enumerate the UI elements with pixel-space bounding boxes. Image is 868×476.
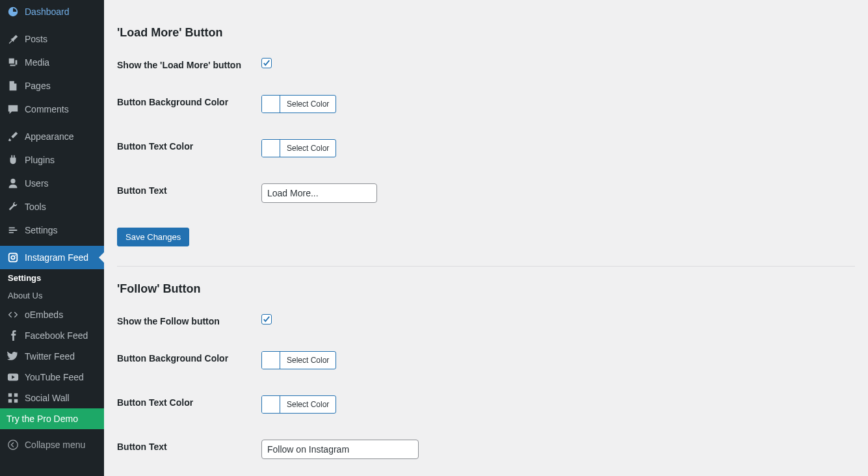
plugin-icon bbox=[7, 153, 20, 166]
sidebar-item-twitter-feed[interactable]: Twitter Feed bbox=[0, 346, 104, 367]
follow-text-color-label: Button Text Color bbox=[117, 395, 261, 408]
brush-icon bbox=[7, 130, 20, 143]
save-changes-button[interactable]: Save Changes bbox=[117, 228, 189, 246]
sidebar-item-label: Try the Pro Demo bbox=[7, 414, 78, 424]
sidebar-collapse[interactable]: Collapse menu bbox=[0, 433, 104, 456]
svg-rect-7 bbox=[14, 399, 18, 403]
wrench-icon bbox=[7, 200, 20, 213]
media-icon bbox=[7, 56, 20, 69]
follow-text-color-picker[interactable]: Select Color bbox=[261, 395, 336, 414]
loadmore-section-title: 'Load More' Button bbox=[117, 26, 855, 40]
color-swatch bbox=[262, 396, 280, 413]
loadmore-text-color-label: Button Text Color bbox=[117, 139, 261, 152]
sidebar-item-instagram-feed[interactable]: Instagram Feed bbox=[0, 246, 104, 269]
comment-icon bbox=[7, 103, 20, 116]
code-icon bbox=[7, 308, 20, 321]
sidebar-item-label: Instagram Feed bbox=[25, 252, 88, 263]
sidebar-item-label: Dashboard bbox=[25, 7, 70, 17]
loadmore-bg-label: Button Background Color bbox=[117, 95, 261, 107]
show-loadmore-label: Show the 'Load More' button bbox=[117, 58, 261, 70]
pages-icon bbox=[7, 79, 20, 92]
loadmore-text-color-picker[interactable]: Select Color bbox=[261, 139, 336, 157]
sidebar-item-appearance[interactable]: Appearance bbox=[0, 125, 104, 148]
user-icon bbox=[7, 177, 20, 190]
pin-icon bbox=[7, 33, 20, 46]
sidebar-item-label: Social Wall bbox=[25, 393, 70, 403]
color-swatch bbox=[262, 352, 280, 369]
sidebar-item-label: Plugins bbox=[25, 155, 55, 165]
svg-point-8 bbox=[8, 440, 18, 449]
sidebar-item-label: Users bbox=[25, 178, 49, 189]
color-picker-label: Select Color bbox=[280, 352, 335, 369]
sidebar-item-label: Facebook Feed bbox=[25, 330, 88, 341]
sidebar-item-plugins[interactable]: Plugins bbox=[0, 148, 104, 172]
follow-button-text-input[interactable] bbox=[261, 440, 419, 459]
sliders-icon bbox=[7, 224, 20, 237]
follow-bg-color-picker[interactable]: Select Color bbox=[261, 351, 336, 369]
sidebar-item-label: oEmbeds bbox=[25, 310, 63, 320]
sidebar-item-label: Collapse menu bbox=[25, 440, 85, 450]
sidebar-item-settings[interactable]: Settings bbox=[0, 218, 104, 242]
sidebar-item-posts[interactable]: Posts bbox=[0, 27, 104, 51]
twitter-icon bbox=[7, 350, 20, 363]
show-follow-checkbox[interactable] bbox=[261, 314, 272, 324]
sidebar-item-label: Settings bbox=[25, 225, 58, 235]
sidebar-item-dashboard[interactable]: Dashboard bbox=[0, 0, 104, 23]
color-swatch bbox=[262, 96, 280, 112]
sidebar-item-social-wall[interactable]: Social Wall bbox=[0, 388, 104, 408]
admin-sidebar: Dashboard Posts Media Pages Comments App… bbox=[0, 0, 104, 476]
sidebar-item-label: Appearance bbox=[25, 131, 74, 142]
dashboard-icon bbox=[7, 5, 20, 18]
svg-point-1 bbox=[11, 256, 14, 259]
sidebar-item-facebook-feed[interactable]: Facebook Feed bbox=[0, 325, 104, 346]
follow-bg-label: Button Background Color bbox=[117, 351, 261, 364]
color-swatch bbox=[262, 140, 280, 157]
color-picker-label: Select Color bbox=[280, 396, 335, 413]
sidebar-item-pages[interactable]: Pages bbox=[0, 74, 104, 98]
show-loadmore-checkbox[interactable] bbox=[261, 58, 272, 68]
sidebar-item-youtube-feed[interactable]: YouTube Feed bbox=[0, 367, 104, 388]
main-content: 'Load More' Button Show the 'Load More' … bbox=[104, 0, 868, 476]
youtube-icon bbox=[7, 371, 20, 384]
section-divider bbox=[117, 266, 855, 267]
sidebar-item-oembeds[interactable]: oEmbeds bbox=[0, 304, 104, 325]
sidebar-item-label: Tools bbox=[25, 202, 46, 212]
submenu-about-us[interactable]: About Us bbox=[0, 287, 104, 304]
submenu-settings[interactable]: Settings bbox=[0, 269, 104, 287]
sidebar-item-label: YouTube Feed bbox=[25, 372, 84, 382]
svg-rect-4 bbox=[8, 393, 12, 397]
show-follow-label: Show the Follow button bbox=[117, 314, 261, 326]
sidebar-item-media[interactable]: Media bbox=[0, 51, 104, 74]
sidebar-item-try-pro[interactable]: Try the Pro Demo bbox=[0, 408, 104, 429]
collapse-icon bbox=[7, 438, 20, 451]
svg-rect-0 bbox=[9, 254, 18, 262]
color-picker-label: Select Color bbox=[280, 140, 335, 157]
grid-icon bbox=[7, 391, 20, 404]
follow-button-text-label: Button Text bbox=[117, 440, 261, 452]
sidebar-item-label: Twitter Feed bbox=[25, 351, 75, 362]
svg-point-2 bbox=[15, 255, 16, 256]
sidebar-item-label: Media bbox=[25, 57, 49, 68]
follow-section-title: 'Follow' Button bbox=[117, 282, 855, 296]
loadmore-button-text-input[interactable] bbox=[261, 183, 377, 203]
sidebar-item-tools[interactable]: Tools bbox=[0, 195, 104, 218]
sidebar-item-label: Posts bbox=[25, 34, 47, 44]
loadmore-bg-color-picker[interactable]: Select Color bbox=[261, 95, 336, 113]
sidebar-item-users[interactable]: Users bbox=[0, 172, 104, 195]
svg-rect-5 bbox=[14, 393, 18, 397]
color-picker-label: Select Color bbox=[280, 96, 335, 112]
sidebar-item-comments[interactable]: Comments bbox=[0, 98, 104, 121]
sidebar-item-label: Comments bbox=[25, 104, 69, 114]
loadmore-button-text-label: Button Text bbox=[117, 183, 261, 196]
facebook-icon bbox=[7, 329, 20, 342]
svg-rect-6 bbox=[8, 399, 12, 403]
sidebar-item-label: Pages bbox=[25, 81, 51, 91]
instagram-icon bbox=[7, 251, 20, 264]
